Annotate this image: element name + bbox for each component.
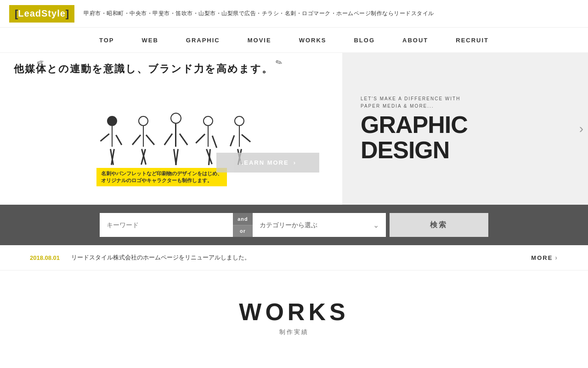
legs-4 bbox=[206, 149, 211, 165]
works-section: WORKS 制作実績 bbox=[0, 270, 588, 345]
more-button[interactable]: MORE › bbox=[531, 254, 558, 261]
hero-tagline: 他媒体との連動を意識し、ブランド力を高めます。 bbox=[14, 62, 328, 76]
hero-right-subtitle: LET'S MAKE A DIFFERENCE WITHPAPER MEDIA … bbox=[361, 95, 570, 110]
header-tagline: 甲府市・昭和町・中央市・甲斐市・笛吹市・山梨市・山梨県で広告・チラシ・名刺・ロゴ… bbox=[84, 10, 434, 17]
hero-caption-line1: 名刺やパンフレットなど印刷物のデザインをはじめ、 bbox=[101, 170, 222, 177]
head-1 bbox=[107, 116, 117, 126]
category-select-wrapper: カテゴリーから選ぶ WEB グラフィック 動画 その他 ⌄ bbox=[253, 213, 386, 237]
logo-bracket-left: [ bbox=[15, 8, 18, 20]
search-input[interactable] bbox=[100, 213, 233, 237]
nav-item-about[interactable]: ABOUT bbox=[389, 28, 442, 53]
search-input-wrapper: and or bbox=[100, 213, 253, 237]
main-nav: TOP WEB GRAPHIC MOVIE WORKS BLOG ABOUT R… bbox=[0, 28, 588, 53]
stick-figure-1 bbox=[98, 116, 126, 165]
legs-2 bbox=[141, 149, 146, 165]
logo[interactable]: [ LeadStyle ] bbox=[9, 5, 74, 23]
category-select[interactable]: カテゴリーから選ぶ WEB グラフィック 動画 その他 bbox=[253, 213, 386, 237]
learn-more-label: LEARN MORE bbox=[239, 159, 288, 166]
head-4 bbox=[203, 116, 213, 126]
and-option[interactable]: and bbox=[233, 213, 253, 225]
more-label: MORE bbox=[531, 254, 553, 261]
nav-item-web[interactable]: WEB bbox=[128, 28, 172, 53]
logo-text: LeadStyle bbox=[18, 8, 65, 19]
news-date: 2018.08.01 bbox=[30, 254, 60, 261]
hero-section: ✏ ✏ 他媒体との連動を意識し、ブランド力を高めます。 bbox=[0, 53, 588, 205]
legs-1 bbox=[110, 149, 115, 165]
news-bar: 2018.08.01 リードスタイル株式会社のホームページをリニューアルしました… bbox=[0, 245, 588, 270]
search-section: and or カテゴリーから選ぶ WEB グラフィック 動画 その他 ⌄ 検索 bbox=[0, 205, 588, 245]
hero-left-panel: ✏ ✏ 他媒体との連動を意識し、ブランド力を高めます。 bbox=[0, 53, 342, 205]
header: [ LeadStyle ] 甲府市・昭和町・中央市・甲斐市・笛吹市・山梨市・山梨… bbox=[0, 0, 588, 28]
nav-item-works[interactable]: WORKS bbox=[285, 28, 340, 53]
hero-right-title-line2: DESIGN bbox=[361, 138, 570, 163]
head-5 bbox=[234, 116, 244, 126]
search-and-or-toggle: and or bbox=[233, 213, 253, 237]
hero-right-title: GRAPHIC DESIGN bbox=[361, 112, 570, 162]
nav-item-graphic[interactable]: GRAPHIC bbox=[172, 28, 234, 53]
nav-item-top[interactable]: TOP bbox=[85, 28, 128, 53]
stick-figure-2 bbox=[130, 116, 157, 165]
hero-illustration: 名刺やパンフレットなど印刷物のデザインをはじめ、 オリジナルのロゴやキャラクター… bbox=[14, 80, 328, 196]
works-subtitle: 制作実績 bbox=[0, 328, 588, 336]
learn-more-chevron-icon: › bbox=[294, 159, 296, 166]
search-button[interactable]: 検索 bbox=[390, 213, 488, 237]
logo-bracket-right: ] bbox=[66, 8, 69, 20]
nav-item-movie[interactable]: MOVIE bbox=[234, 28, 285, 53]
nav-item-recruit[interactable]: RECRUIT bbox=[442, 28, 503, 53]
hero-right-panel: LET'S MAKE A DIFFERENCE WITHPAPER MEDIA … bbox=[342, 53, 588, 205]
or-option[interactable]: or bbox=[233, 225, 253, 237]
carousel-right-arrow-icon[interactable]: › bbox=[579, 121, 583, 136]
learn-more-button[interactable]: LEARN MORE › bbox=[216, 153, 319, 172]
hero-caption-line2: オリジナルのロゴやキャラクターも制作します。 bbox=[101, 177, 222, 184]
news-text: リードスタイル株式会社のホームページをリニューアルしました。 bbox=[71, 253, 531, 262]
works-title: WORKS bbox=[0, 298, 588, 326]
head-3 bbox=[170, 113, 181, 124]
head-2 bbox=[138, 116, 148, 126]
hero-right-title-line1: GRAPHIC bbox=[361, 112, 570, 138]
more-chevron-icon: › bbox=[555, 254, 558, 261]
nav-item-blog[interactable]: BLOG bbox=[340, 28, 389, 53]
hero-caption-box: 名刺やパンフレットなど印刷物のデザインをはじめ、 オリジナルのロゴやキャラクター… bbox=[96, 168, 227, 186]
stick-figure-3 bbox=[161, 113, 191, 165]
legs-3 bbox=[173, 149, 178, 165]
